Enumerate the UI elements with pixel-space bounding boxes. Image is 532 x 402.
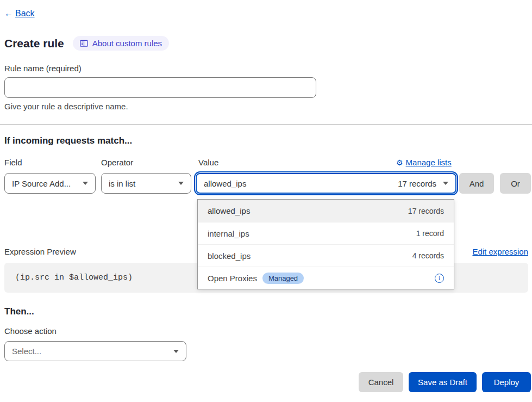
info-icon[interactable]: i	[435, 274, 444, 283]
rule-name-helper: Give your rule a descriptive name.	[4, 102, 128, 111]
expression-code: (ip.src in $allowed_ips)	[15, 273, 133, 282]
operator-select[interactable]: is in list	[101, 173, 191, 194]
book-icon	[80, 40, 88, 47]
value-label: Value	[198, 158, 218, 167]
cancel-button[interactable]: Cancel	[359, 372, 403, 392]
back-label: Back	[15, 9, 35, 18]
managed-badge: Managed	[262, 273, 304, 284]
dropdown-option-open-proxies[interactable]: Open Proxies Managed i	[198, 267, 454, 289]
dropdown-option-blocked-ips[interactable]: blocked_ips 4 records	[198, 244, 454, 267]
value-dropdown-panel: allowed_ips 17 records internal_ips 1 re…	[197, 199, 454, 289]
rule-name-input[interactable]	[4, 77, 316, 98]
chevron-down-icon	[173, 350, 179, 353]
action-select[interactable]: Select...	[4, 341, 186, 361]
field-label: Field	[4, 158, 22, 167]
then-section-heading: Then...	[4, 306, 34, 317]
title-row: Create rule About custom rules	[4, 36, 169, 51]
about-custom-rules-link[interactable]: About custom rules	[73, 36, 169, 51]
rule-name-label: Rule name (required)	[4, 64, 82, 73]
operator-label: Operator	[101, 158, 133, 167]
chevron-down-icon	[178, 182, 184, 185]
and-button[interactable]: And	[459, 173, 494, 194]
expression-preview-label: Expression Preview	[4, 247, 76, 256]
chevron-down-icon	[83, 182, 88, 185]
deploy-button[interactable]: Deploy	[482, 372, 531, 392]
manage-lists-link[interactable]: ⚙ Manage lists	[396, 158, 452, 167]
list-record-count: 4 records	[412, 251, 444, 260]
edit-expression-link[interactable]: Edit expression	[472, 247, 528, 256]
dropdown-option-internal-ips[interactable]: internal_ips 1 record	[198, 222, 454, 244]
operator-select-value: is in list	[109, 179, 135, 188]
create-rule-page: ← Back Create rule About custom rules Ru…	[0, 0, 532, 402]
choose-action-label: Choose action	[4, 326, 57, 336]
match-section-heading: If incoming requests match...	[4, 135, 132, 146]
list-record-count: 1 record	[416, 229, 444, 238]
gear-icon: ⚙	[396, 159, 403, 166]
value-select[interactable]: allowed_ips 17 records	[196, 173, 456, 194]
field-select[interactable]: IP Source Add...	[4, 173, 96, 194]
save-as-draft-button[interactable]: Save as Draft	[409, 372, 477, 392]
dropdown-option-allowed-ips[interactable]: allowed_ips 17 records	[198, 200, 454, 222]
list-record-count: 17 records	[408, 207, 444, 215]
list-name: allowed_ips	[208, 206, 250, 215]
or-button[interactable]: Or	[500, 173, 531, 194]
value-select-meta: 17 records	[398, 179, 436, 188]
action-select-placeholder: Select...	[12, 347, 41, 356]
about-badge-label: About custom rules	[92, 39, 162, 48]
back-arrow-icon: ←	[4, 9, 13, 18]
list-name: blocked_ips	[208, 251, 251, 261]
list-name: internal_ips	[208, 229, 249, 238]
back-link[interactable]: ← Back	[4, 9, 35, 18]
manage-lists-label: Manage lists	[406, 158, 452, 167]
page-title: Create rule	[4, 37, 64, 50]
section-divider	[0, 124, 532, 125]
list-name: Open Proxies	[208, 274, 257, 283]
chevron-down-icon	[443, 182, 448, 185]
field-select-value: IP Source Add...	[12, 179, 71, 188]
value-select-value: allowed_ips	[204, 179, 246, 188]
